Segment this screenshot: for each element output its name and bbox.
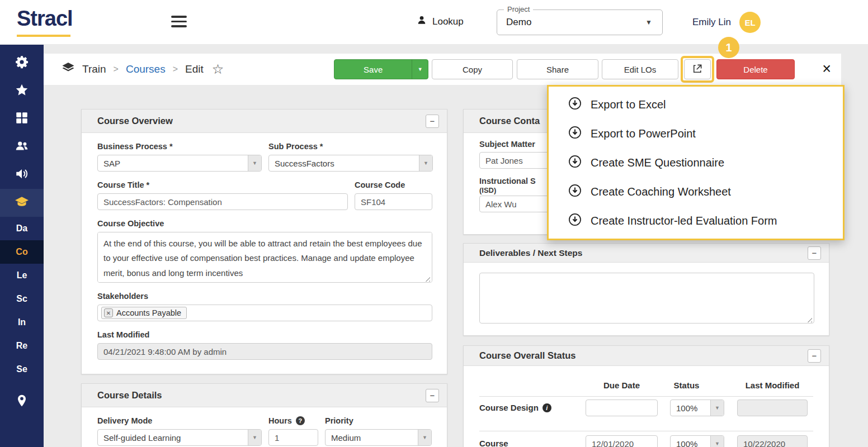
- sidebar-item-co[interactable]: Co: [0, 240, 44, 264]
- menu-item-export-excel[interactable]: Export to Excel: [549, 90, 843, 119]
- sidebar-item-se[interactable]: Se: [0, 358, 44, 381]
- annotation-highlight: [681, 56, 714, 83]
- minus-icon[interactable]: −: [426, 115, 439, 128]
- row-label-text: Course: [479, 439, 508, 447]
- menu-item-instructor-evaluation[interactable]: Create Instructor-led Evaluation Form: [549, 206, 843, 235]
- sidebar: Da Co Le Sc In Re Se: [0, 45, 44, 447]
- download-circle-icon: [568, 96, 582, 113]
- column-header-due-date: Due Date: [586, 381, 658, 390]
- breadcrumb-separator: >: [173, 64, 178, 74]
- minus-icon[interactable]: −: [808, 246, 821, 260]
- caret-down-icon: ▼: [710, 436, 724, 447]
- save-button[interactable]: Save ▼: [334, 59, 428, 79]
- dashboard-icon: [15, 111, 29, 127]
- delete-button[interactable]: Delete: [716, 59, 795, 79]
- hours-input[interactable]: [268, 429, 318, 446]
- breadcrumb: Train > Courses > Edit ☆: [62, 54, 224, 85]
- delivery-mode-select[interactable]: Self-guided Learning ▼: [97, 429, 262, 446]
- stakeholders-input[interactable]: ✕ Accounts Payable: [97, 305, 432, 321]
- caret-down-icon: ▼: [710, 400, 724, 416]
- deliverables-textarea[interactable]: [479, 273, 814, 324]
- sidebar-item-le[interactable]: Le: [0, 264, 44, 287]
- row-last-modified-input: [737, 400, 808, 416]
- sidebar-item-dashboard[interactable]: [0, 105, 44, 133]
- priority-select[interactable]: Medium ▼: [325, 429, 432, 446]
- stakeholder-tag: ✕ Accounts Payable: [101, 307, 187, 319]
- sidebar-item-re[interactable]: Re: [0, 334, 44, 358]
- menu-item-coaching-worksheet[interactable]: Create Coaching Worksheet: [549, 177, 843, 206]
- avatar[interactable]: EL: [739, 12, 761, 33]
- priority-value: Medium: [326, 433, 361, 443]
- caret-down-icon: ▼: [419, 155, 432, 171]
- sidebar-item-label: Le: [17, 270, 27, 280]
- lookup-button[interactable]: Lookup: [416, 15, 464, 28]
- copy-button[interactable]: Copy: [432, 59, 513, 79]
- course-code-label: Course Code: [355, 180, 432, 189]
- edit-los-button[interactable]: Edit LOs: [602, 59, 678, 79]
- status-table: Due Date Status Last Modified Course Des…: [464, 366, 829, 447]
- course-details-panel: Course Details − Delivery Mode Self-guid…: [81, 383, 447, 447]
- stakeholders-label: Stakeholders: [97, 292, 431, 301]
- sidebar-item-announcements[interactable]: [0, 161, 44, 189]
- sidebar-item-label: In: [18, 317, 26, 327]
- sidebar-item-training[interactable]: [0, 189, 44, 217]
- due-date-input[interactable]: [586, 435, 658, 447]
- user-name[interactable]: Emily Lin: [692, 17, 731, 28]
- business-process-label: Business Process *: [97, 142, 262, 151]
- caret-down-icon: ▼: [248, 430, 261, 445]
- menu-item-label: Export to Excel: [591, 98, 666, 111]
- business-process-select[interactable]: SAP ▼: [97, 155, 262, 172]
- course-code-input[interactable]: [355, 193, 432, 210]
- minus-icon[interactable]: −: [808, 349, 821, 363]
- main-content: Train > Courses > Edit ☆ Save ▼ Copy Sha…: [44, 45, 868, 447]
- caret-down-icon: ▼: [418, 430, 431, 445]
- sidebar-item-sc[interactable]: Sc: [0, 287, 44, 311]
- star-outline-icon[interactable]: ☆: [212, 61, 224, 77]
- business-process-value: SAP: [98, 159, 120, 168]
- sidebar-item-da[interactable]: Da: [0, 217, 44, 240]
- breadcrumb-separator: >: [114, 64, 119, 74]
- question-help-icon[interactable]: ?: [296, 416, 305, 425]
- info-icon[interactable]: i: [542, 403, 551, 412]
- instructional-label-sub: (ISD): [479, 186, 496, 194]
- status-row-label: Course: [479, 439, 508, 447]
- status-row-label: Course Design i: [479, 403, 551, 412]
- course-objective-textarea[interactable]: At the end of this course, you will be a…: [97, 232, 432, 283]
- menu-item-label: Create SME Questionnaire: [591, 156, 724, 169]
- caret-down-icon[interactable]: ▼: [412, 60, 428, 79]
- sidebar-item-in[interactable]: In: [0, 311, 44, 334]
- menu-item-sme-questionnaire[interactable]: Create SME Questionnaire: [549, 148, 843, 177]
- remove-tag-icon[interactable]: ✕: [104, 308, 113, 317]
- app-header: Stracl Lookup Project Demo ▼ Emily Lin E…: [0, 0, 868, 45]
- lookup-label: Lookup: [432, 16, 464, 27]
- breadcrumb-courses-link[interactable]: Courses: [126, 63, 166, 75]
- download-circle-icon: [568, 183, 582, 201]
- status-value: 100%: [671, 403, 697, 413]
- status-select[interactable]: 100% ▼: [670, 400, 724, 416]
- due-date-input[interactable]: [586, 400, 658, 416]
- sidebar-item-settings[interactable]: [0, 49, 44, 77]
- menu-item-label: Create Instructor-led Evaluation Form: [591, 215, 777, 227]
- sidebar-item-locations[interactable]: [0, 388, 44, 416]
- export-button[interactable]: [684, 59, 711, 79]
- minus-icon[interactable]: −: [426, 389, 439, 402]
- course-title-input[interactable]: [97, 193, 348, 210]
- caret-down-icon: ▼: [645, 18, 652, 26]
- panel-title: Course Details: [97, 390, 162, 401]
- sidebar-item-label: Se: [16, 364, 27, 374]
- sub-process-select[interactable]: SuccessFactors ▼: [268, 155, 433, 172]
- toolbar: Train > Courses > Edit ☆ Save ▼ Copy Sha…: [44, 54, 841, 85]
- close-icon[interactable]: ×: [822, 59, 831, 78]
- status-select[interactable]: 100% ▼: [670, 435, 724, 447]
- share-button[interactable]: Share: [517, 59, 598, 79]
- menu-item-export-powerpoint[interactable]: Export to PowerPoint: [549, 119, 843, 148]
- course-overall-status-panel: Course Overall Status − Due Date Status …: [463, 345, 829, 447]
- panel-title: Course Overall Status: [479, 350, 575, 361]
- export-dropdown-menu: Export to Excel Export to PowerPoint Cre…: [547, 85, 845, 240]
- sidebar-item-favorites[interactable]: [0, 77, 44, 105]
- hamburger-icon[interactable]: [171, 16, 187, 30]
- project-select[interactable]: Project Demo ▼: [497, 9, 663, 35]
- panel-title: Course Overview: [97, 116, 173, 126]
- last-modified-input: [97, 343, 432, 360]
- sidebar-item-users[interactable]: [0, 133, 44, 161]
